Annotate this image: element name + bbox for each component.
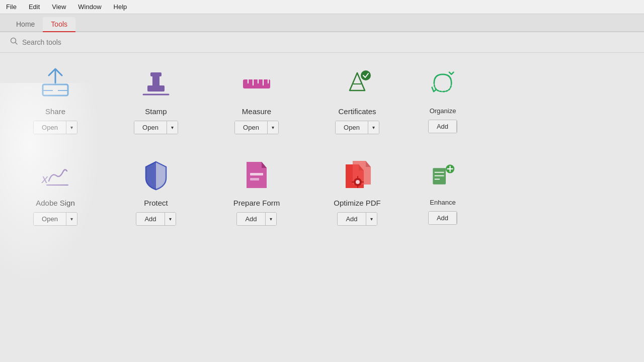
menu-file[interactable]: File — [4, 2, 19, 12]
stamp-open-button[interactable]: Open — [134, 121, 167, 134]
svg-point-23 — [356, 180, 360, 184]
measure-label: Measure — [242, 107, 271, 116]
share-button-group: Open ▾ — [33, 121, 77, 134]
search-input[interactable] — [22, 38, 173, 46]
tool-adobe-sign: x Adobe Sign Open ▾ — [20, 154, 91, 226]
tool-prepare-form: Prepare Form Add ▾ — [221, 154, 292, 226]
protect-dropdown-button[interactable]: ▾ — [165, 213, 176, 225]
optimize-pdf-dropdown-button[interactable]: ▾ — [366, 213, 377, 225]
adobe-sign-icon: x — [35, 154, 75, 195]
protect-button-group: Add ▾ — [136, 212, 176, 226]
protect-add-button[interactable]: Add — [136, 213, 165, 225]
tool-share: Share Open ▾ — [20, 63, 91, 134]
prepare-form-icon — [236, 154, 277, 195]
svg-text:x: x — [41, 172, 48, 186]
menu-help[interactable]: Help — [112, 2, 129, 12]
tools-area: Share Open ▾ — [0, 53, 644, 256]
prepare-form-button-group: Add ▾ — [236, 212, 276, 226]
tools-row-2: x Adobe Sign Open ▾ — [20, 154, 624, 226]
prepare-form-label: Prepare Form — [233, 199, 280, 207]
measure-button-group: Open ▾ — [234, 121, 279, 134]
enhance-add-button[interactable]: Add — [429, 212, 457, 224]
share-dropdown-button[interactable]: ▾ — [66, 121, 77, 134]
adobe-sign-label: Adobe Sign — [36, 199, 75, 207]
enhance-button-group: Add — [428, 211, 457, 225]
organize-button-group: Add — [428, 120, 457, 133]
organize-icon — [428, 63, 458, 103]
stamp-dropdown-button[interactable]: ▾ — [167, 121, 178, 134]
share-label: Share — [45, 107, 65, 116]
share-icon — [35, 63, 75, 103]
optimize-pdf-add-button[interactable]: Add — [338, 213, 366, 225]
prepare-form-add-button[interactable]: Add — [237, 213, 265, 225]
protect-label: Protect — [144, 199, 168, 207]
tab-bar: Home Tools — [0, 14, 644, 32]
stamp-icon — [136, 63, 176, 103]
certificates-button-group: Open ▾ — [335, 121, 379, 134]
enhance-icon — [428, 154, 458, 195]
certificates-open-button[interactable]: Open — [336, 121, 368, 134]
protect-icon — [136, 154, 176, 195]
tools-row-1: Share Open ▾ — [20, 63, 624, 134]
menu-bar: File Edit View Window Help — [0, 0, 644, 14]
certificates-dropdown-button[interactable]: ▾ — [368, 121, 379, 134]
svg-point-17 — [361, 70, 371, 80]
tool-protect: Protect Add ▾ — [121, 154, 191, 226]
tab-tools[interactable]: Tools — [43, 17, 75, 32]
stamp-label: Stamp — [145, 107, 167, 116]
tool-enhance: Enhance Add — [423, 154, 463, 225]
svg-rect-28 — [433, 168, 446, 185]
tool-measure: Measure Open ▾ — [221, 63, 292, 134]
search-bar — [0, 32, 644, 53]
prepare-form-dropdown-button[interactable]: ▾ — [266, 213, 276, 225]
tab-home[interactable]: Home — [8, 17, 43, 31]
measure-dropdown-button[interactable]: ▾ — [268, 121, 278, 134]
adobe-sign-button-group: Open ▾ — [33, 212, 77, 226]
adobe-sign-open-button[interactable]: Open — [34, 213, 66, 225]
adobe-sign-dropdown-button[interactable]: ▾ — [66, 213, 77, 225]
svg-rect-7 — [152, 75, 159, 86]
certificates-label: Certificates — [338, 107, 376, 116]
measure-open-button[interactable]: Open — [235, 121, 268, 134]
share-open-button[interactable]: Open — [34, 121, 66, 134]
certificates-icon — [337, 63, 377, 103]
search-icon — [10, 37, 18, 47]
svg-rect-8 — [150, 72, 162, 76]
stamp-button-group: Open ▾ — [134, 121, 178, 134]
optimize-pdf-label: Optimize PDF — [334, 199, 380, 207]
organize-add-button[interactable]: Add — [429, 120, 457, 133]
menu-edit[interactable]: Edit — [27, 2, 42, 12]
optimize-pdf-button-group: Add ▾ — [337, 212, 377, 226]
svg-line-1 — [16, 43, 18, 45]
organize-label: Organize — [430, 107, 456, 115]
svg-rect-10 — [243, 79, 270, 88]
tools-container: Share Open ▾ — [0, 53, 644, 256]
svg-rect-20 — [250, 173, 263, 175]
enhance-label: Enhance — [430, 199, 455, 206]
optimize-pdf-icon — [337, 154, 377, 195]
menu-view[interactable]: View — [50, 2, 68, 12]
measure-icon — [236, 63, 277, 103]
svg-rect-21 — [250, 178, 259, 180]
menu-window[interactable]: Window — [76, 2, 103, 12]
tool-organize: Organize Add — [423, 63, 463, 133]
tool-certificates: Certificates Open ▾ — [322, 63, 392, 134]
tool-optimize-pdf: Optimize PDF Add ▾ — [322, 154, 392, 226]
tool-stamp: Stamp Open ▾ — [121, 63, 191, 134]
